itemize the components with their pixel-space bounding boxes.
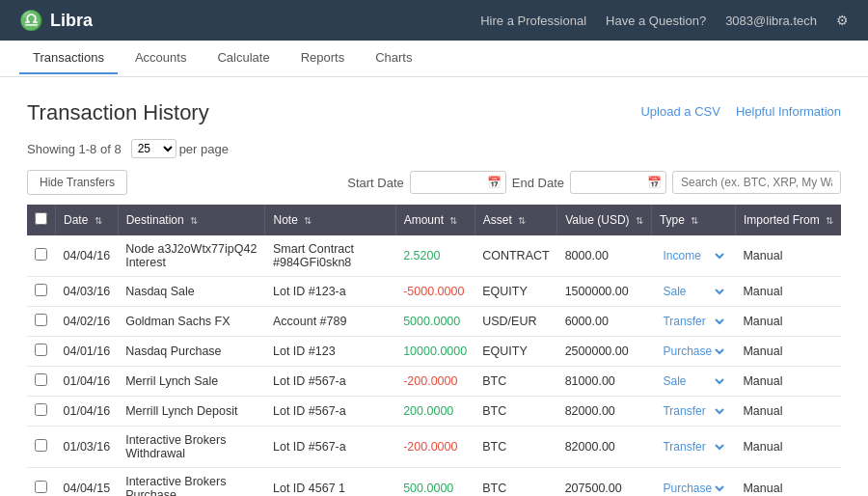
row-imported-from: Manual bbox=[735, 468, 841, 497]
per-page-label: per page bbox=[179, 142, 229, 156]
row-asset: USD/EUR bbox=[475, 307, 556, 337]
row-value: 2500000.00 bbox=[557, 337, 652, 367]
row-imported-from: Manual bbox=[735, 337, 841, 367]
select-all-header[interactable] bbox=[27, 205, 56, 235]
tab-calculate[interactable]: Calculate bbox=[203, 42, 283, 74]
row-checkbox-cell bbox=[27, 468, 56, 497]
row-checkbox-cell bbox=[27, 277, 56, 307]
row-checkbox-cell bbox=[27, 307, 56, 337]
type-dropdown[interactable]: Purchase Income Sale Purchase Transfer bbox=[659, 481, 727, 496]
row-date: 04/01/16 bbox=[56, 337, 119, 367]
row-asset: EQUITY bbox=[475, 277, 556, 307]
row-note: Lot ID #567-a bbox=[265, 397, 395, 427]
type-dropdown[interactable]: Transfer Income Sale Purchase Transfer bbox=[659, 314, 727, 329]
row-value: 82000.00 bbox=[557, 427, 652, 468]
row-asset: BTC bbox=[475, 367, 556, 397]
type-dropdown[interactable]: Sale Income Sale Purchase Transfer bbox=[659, 284, 727, 299]
row-checkbox-cell bbox=[27, 367, 56, 397]
tab-charts[interactable]: Charts bbox=[362, 42, 425, 74]
row-checkbox[interactable] bbox=[35, 403, 47, 416]
per-page-dropdown[interactable]: 25 50 100 bbox=[131, 139, 176, 158]
main-content: Transaction History Upload a CSV Helpful… bbox=[0, 77, 868, 496]
row-amount: 500.0000 bbox=[395, 468, 475, 497]
row-checkbox-cell bbox=[27, 397, 56, 427]
start-date-wrap: 📅 bbox=[410, 171, 506, 194]
table-header-row: Date ⇅ Destination ⇅ Note ⇅ Amount ⇅ Ass… bbox=[27, 205, 841, 235]
row-asset: BTC bbox=[475, 397, 556, 427]
row-type[interactable]: Sale Income Sale Purchase Transfer bbox=[651, 277, 735, 307]
row-imported-from: Manual bbox=[735, 427, 841, 468]
tab-reports[interactable]: Reports bbox=[287, 42, 359, 74]
end-date-input[interactable] bbox=[570, 171, 666, 194]
col-imported-from[interactable]: Imported From ⇅ bbox=[735, 205, 841, 235]
row-value: 6000.00 bbox=[557, 307, 652, 337]
gear-icon[interactable]: ⚙ bbox=[836, 13, 849, 28]
search-input[interactable] bbox=[672, 171, 841, 194]
type-dropdown[interactable]: Transfer Income Sale Purchase Transfer bbox=[659, 439, 727, 455]
start-date-input[interactable] bbox=[410, 171, 506, 194]
table-row: 01/04/16 Merrill Lynch Deposit Lot ID #5… bbox=[27, 397, 841, 427]
row-checkbox[interactable] bbox=[35, 284, 47, 296]
row-imported-from: Manual bbox=[735, 367, 841, 397]
col-destination[interactable]: Destination ⇅ bbox=[118, 205, 265, 235]
user-email: 3083@libra.tech bbox=[725, 14, 817, 28]
end-date-wrap: 📅 bbox=[570, 171, 666, 194]
row-type[interactable]: Transfer Income Sale Purchase Transfer bbox=[651, 307, 735, 337]
row-checkbox[interactable] bbox=[35, 248, 47, 261]
row-checkbox[interactable] bbox=[35, 344, 47, 356]
col-asset[interactable]: Asset ⇅ bbox=[475, 205, 556, 235]
col-type[interactable]: Type ⇅ bbox=[651, 205, 735, 235]
row-date: 04/04/16 bbox=[56, 235, 119, 277]
tab-transactions[interactable]: Transactions bbox=[19, 42, 118, 74]
row-imported-from: Manual bbox=[735, 277, 841, 307]
row-asset: BTC bbox=[475, 427, 556, 468]
row-imported-from: Manual bbox=[735, 235, 841, 277]
col-date[interactable]: Date ⇅ bbox=[56, 205, 119, 235]
row-destination: Goldman Sachs FX bbox=[118, 307, 265, 337]
hide-transfers-button[interactable]: Hide Transfers bbox=[27, 170, 127, 195]
row-date: 04/04/15 bbox=[56, 468, 119, 497]
select-all-checkbox[interactable] bbox=[35, 212, 47, 225]
col-value[interactable]: Value (USD) ⇅ bbox=[557, 205, 652, 235]
row-checkbox[interactable] bbox=[35, 439, 47, 452]
row-type[interactable]: Transfer Income Sale Purchase Transfer bbox=[651, 427, 735, 468]
row-type[interactable]: Transfer Income Sale Purchase Transfer bbox=[651, 397, 735, 427]
tab-accounts[interactable]: Accounts bbox=[122, 42, 200, 74]
row-destination: Nasdaq Purchase bbox=[118, 337, 265, 367]
row-value: 8000.00 bbox=[557, 235, 652, 277]
row-imported-from: Manual bbox=[735, 397, 841, 427]
row-amount: -5000.0000 bbox=[395, 277, 475, 307]
page-title: Transaction History bbox=[27, 100, 209, 125]
row-amount: -200.0000 bbox=[395, 367, 475, 397]
type-dropdown[interactable]: Transfer Income Sale Purchase Transfer bbox=[659, 403, 727, 419]
row-type[interactable]: Income Income Sale Purchase Transfer bbox=[651, 235, 735, 277]
table-row: 04/01/16 Nasdaq Purchase Lot ID #123 100… bbox=[27, 337, 841, 367]
type-dropdown[interactable]: Income Income Sale Purchase Transfer bbox=[659, 248, 727, 263]
table-row: 04/02/16 Goldman Sachs FX Account #789 5… bbox=[27, 307, 841, 337]
upload-csv-link[interactable]: Upload a CSV bbox=[640, 104, 719, 119]
row-checkbox[interactable] bbox=[35, 481, 47, 493]
row-type[interactable]: Purchase Income Sale Purchase Transfer bbox=[651, 337, 735, 367]
row-note: Smart Contract #984GFi0skn8 bbox=[265, 235, 395, 277]
row-destination: Merrill Lynch Deposit bbox=[118, 397, 265, 427]
brand: ♎ Libra bbox=[19, 9, 93, 32]
start-date-label: Start Date bbox=[347, 176, 404, 190]
type-dropdown[interactable]: Purchase Income Sale Purchase Transfer bbox=[659, 344, 727, 359]
col-amount[interactable]: Amount ⇅ bbox=[395, 205, 475, 235]
hire-professional-link[interactable]: Hire a Professional bbox=[480, 14, 586, 28]
row-checkbox[interactable] bbox=[35, 373, 47, 386]
logo-icon: ♎ bbox=[19, 9, 43, 32]
sub-nav: Transactions Accounts Calculate Reports … bbox=[0, 41, 868, 77]
col-note[interactable]: Note ⇅ bbox=[265, 205, 395, 235]
row-type[interactable]: Sale Income Sale Purchase Transfer bbox=[651, 367, 735, 397]
type-dropdown[interactable]: Sale Income Sale Purchase Transfer bbox=[659, 373, 727, 389]
row-checkbox[interactable] bbox=[35, 314, 47, 326]
row-destination: Merril Lynch Sale bbox=[118, 367, 265, 397]
row-asset: CONTRACT bbox=[475, 235, 556, 277]
row-type[interactable]: Purchase Income Sale Purchase Transfer bbox=[651, 468, 735, 497]
have-question-link[interactable]: Have a Question? bbox=[606, 14, 706, 28]
helpful-info-link[interactable]: Helpful Information bbox=[736, 104, 841, 119]
row-date: 01/03/16 bbox=[56, 427, 119, 468]
row-destination: Interactive Brokers Withdrawal bbox=[118, 427, 265, 468]
row-asset: EQUITY bbox=[475, 337, 556, 367]
